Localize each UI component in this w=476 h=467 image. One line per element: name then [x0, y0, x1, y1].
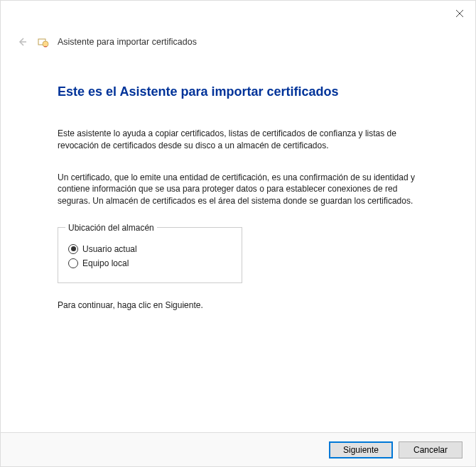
radio-local-machine-label: Equipo local — [82, 258, 129, 268]
intro-paragraph-1: Este asistente lo ayuda a copiar certifi… — [58, 128, 418, 152]
certificate-wizard-icon — [38, 36, 49, 48]
wizard-header: Asistente para importar certificados — [1, 1, 475, 49]
cancel-button[interactable]: Cancelar — [399, 441, 463, 458]
next-button[interactable]: Siguiente — [329, 441, 393, 458]
back-arrow-icon — [15, 35, 29, 49]
continue-hint: Para continuar, haga clic en Siguiente. — [58, 300, 418, 310]
page-heading: Este es el Asistente para importar certi… — [58, 84, 418, 99]
radio-current-user[interactable]: Usuario actual — [68, 244, 232, 254]
close-button[interactable] — [453, 6, 467, 21]
wizard-content: Este es el Asistente para importar certi… — [1, 49, 475, 324]
radio-icon — [68, 244, 78, 254]
radio-icon — [68, 258, 78, 268]
radio-current-user-label: Usuario actual — [82, 244, 137, 254]
wizard-title: Asistente para importar certificados — [58, 37, 197, 47]
intro-paragraph-2: Un certificado, que lo emite una entidad… — [58, 172, 418, 207]
svg-point-4 — [43, 41, 48, 47]
radio-local-machine[interactable]: Equipo local — [68, 258, 232, 268]
wizard-footer: Siguiente Cancelar — [1, 432, 475, 466]
store-location-legend: Ubicación del almacén — [65, 223, 157, 233]
store-location-fieldset: Ubicación del almacén Usuario actual Equ… — [58, 223, 242, 283]
